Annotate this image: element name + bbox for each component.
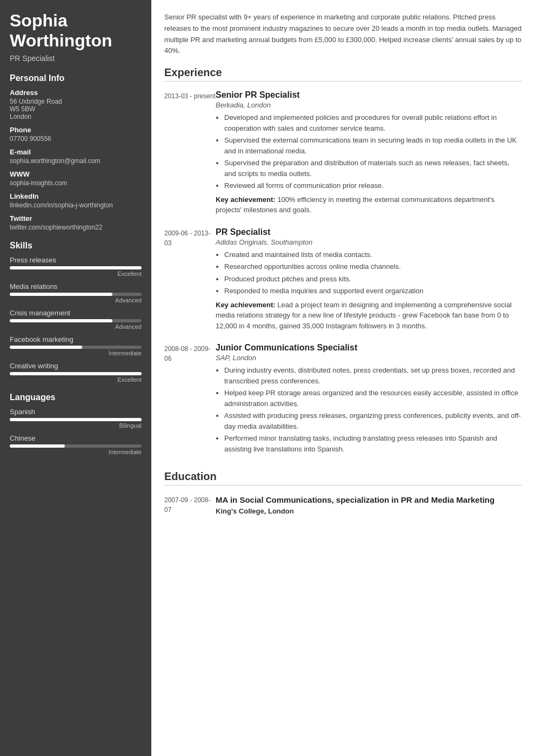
skill-level: Advanced	[10, 323, 142, 330]
bullet-item: Created and maintained lists of media co…	[224, 249, 522, 260]
skill-bar-fill	[10, 266, 142, 269]
candidate-title: PR Specialist	[10, 54, 142, 63]
exp-date: 2008-08 - 2009-06	[164, 343, 216, 457]
skill-bar-background	[10, 266, 142, 269]
education-list: 2007-09 - 2008-07 MA in Social Communica…	[164, 494, 522, 515]
edu-date: 2007-09 - 2008-07	[164, 494, 216, 515]
twitter-label: Twitter	[10, 214, 142, 222]
edu-school: King's College, London	[216, 507, 522, 515]
exp-content: Senior PR Specialist Berkadia, London De…	[216, 90, 522, 215]
www-label: WWW	[10, 170, 142, 178]
skill-item: Creative writing Excellent	[10, 362, 142, 383]
skill-bar-fill	[10, 372, 142, 375]
exp-company: SAP, London	[216, 354, 522, 362]
bullet-item: Reviewed all forms of communication prio…	[224, 180, 522, 191]
edu-content: MA in Social Communications, specializat…	[216, 494, 522, 515]
summary-text: Senior PR specialist with 9+ years of ex…	[164, 12, 522, 57]
experience-entry: 2013-03 - present Senior PR Specialist B…	[164, 90, 522, 215]
bullet-item: Developed and implemented policies and p…	[224, 112, 522, 133]
phone-label: Phone	[10, 126, 142, 134]
exp-role: Junior Communications Specialist	[216, 343, 522, 353]
email-value: sophia.worthington@gmail.com	[10, 157, 142, 165]
skill-bar-background	[10, 372, 142, 375]
www-value: sophia-insights.com	[10, 179, 142, 187]
skills-section-title: Skills	[10, 241, 142, 251]
exp-content: Junior Communications Specialist SAP, Lo…	[216, 343, 522, 457]
language-level: Bilingual	[10, 422, 142, 429]
skill-bar-fill	[10, 319, 112, 322]
languages-section-title: Languages	[10, 393, 142, 402]
exp-role: Senior PR Specialist	[216, 90, 522, 100]
skill-item: Crisis management Advanced	[10, 309, 142, 330]
skill-name: Media relations	[10, 282, 142, 291]
education-section: Education 2007-09 - 2008-07 MA in Social…	[164, 470, 522, 515]
email-label: E-mail	[10, 148, 142, 156]
skill-level: Intermediate	[10, 350, 142, 356]
skill-level: Excellent	[10, 376, 142, 383]
experience-entry: 2008-08 - 2009-06 Junior Communications …	[164, 343, 522, 457]
address-label: Address	[10, 89, 142, 97]
key-achievement: Key achievement: 100% efficiency in meet…	[216, 194, 522, 215]
exp-bullets: Developed and implemented policies and p…	[216, 112, 522, 191]
key-achievement: Key achievement: Lead a project team in …	[216, 300, 522, 332]
exp-company: Adidas Originals, Southampton	[216, 238, 522, 246]
education-section-title: Education	[164, 470, 522, 485]
exp-content: PR Specialist Adidas Originals, Southamp…	[216, 227, 522, 332]
language-bar-fill	[10, 444, 65, 448]
experience-section: Experience 2013-03 - present Senior PR S…	[164, 66, 522, 457]
bullet-item: Assisted with producing press releases, …	[224, 410, 522, 431]
skill-bar-fill	[10, 293, 112, 296]
language-item: Spanish Bilingual	[10, 408, 142, 429]
skill-name: Creative writing	[10, 362, 142, 370]
edu-degree: MA in Social Communications, specializat…	[216, 494, 522, 505]
skill-name: Crisis management	[10, 309, 142, 317]
bullet-item: Performed minor translating tasks, inclu…	[224, 433, 522, 454]
skill-item: Facebook marketing Intermediate	[10, 335, 142, 356]
language-bar-background	[10, 444, 142, 448]
skill-bar-background	[10, 346, 142, 349]
address-line-1: 56 Uxbridge Road	[10, 98, 142, 105]
skill-level: Excellent	[10, 271, 142, 277]
skill-item: Media relations Advanced	[10, 282, 142, 303]
experience-entry: 2009-06 - 2013-03 PR Specialist Adidas O…	[164, 227, 522, 332]
bullet-item: Helped keep PR storage areas organized a…	[224, 388, 522, 409]
twitter-value: twitter.com/sophieworthington22	[10, 224, 142, 231]
skill-bar-fill	[10, 346, 82, 349]
experience-list: 2013-03 - present Senior PR Specialist B…	[164, 90, 522, 457]
language-name: Chinese	[10, 434, 142, 442]
bullet-item: During industry events, distributed note…	[224, 365, 522, 386]
address-line-2: W5 5BW	[10, 105, 142, 113]
bullet-item: Researched opportunities across online m…	[224, 261, 522, 272]
skill-level: Advanced	[10, 297, 142, 303]
bullet-item: Supervised the external communications t…	[224, 135, 522, 156]
education-entry: 2007-09 - 2008-07 MA in Social Communica…	[164, 494, 522, 515]
main-content: Senior PR specialist with 9+ years of ex…	[151, 0, 535, 756]
address-line-3: London	[10, 113, 142, 120]
candidate-name: Sophia Worthington	[10, 11, 142, 51]
skill-name: Press releases	[10, 256, 142, 264]
exp-date: 2013-03 - present	[164, 90, 216, 215]
language-name: Spanish	[10, 408, 142, 416]
skill-bar-background	[10, 293, 142, 296]
exp-company: Berkadia, London	[216, 101, 522, 109]
bullet-item: Responded to media inquiries and support…	[224, 286, 522, 296]
exp-bullets: Created and maintained lists of media co…	[216, 249, 522, 296]
skill-item: Press releases Excellent	[10, 256, 142, 277]
exp-role: PR Specialist	[216, 227, 522, 237]
exp-bullets: During industry events, distributed note…	[216, 365, 522, 454]
phone-value: 07700 900556	[10, 135, 142, 143]
experience-section-title: Experience	[164, 66, 522, 82]
sidebar: Sophia Worthington PR Specialist Persona…	[0, 0, 151, 756]
linkedin-label: LinkedIn	[10, 192, 142, 200]
language-item: Chinese Intermediate	[10, 434, 142, 455]
languages-list: Spanish Bilingual Chinese Intermediate	[10, 408, 142, 455]
personal-info-section-title: Personal Info	[10, 73, 142, 83]
bullet-item: Supervised the preparation and distribut…	[224, 158, 522, 179]
skill-bar-background	[10, 319, 142, 322]
language-level: Intermediate	[10, 449, 142, 455]
exp-date: 2009-06 - 2013-03	[164, 227, 216, 332]
linkedin-value: linkedin.com/in/sophia-j-worthington	[10, 201, 142, 209]
skill-name: Facebook marketing	[10, 335, 142, 343]
skills-list: Press releases Excellent Media relations…	[10, 256, 142, 383]
bullet-item: Produced product pitches and press kits.	[224, 274, 522, 285]
